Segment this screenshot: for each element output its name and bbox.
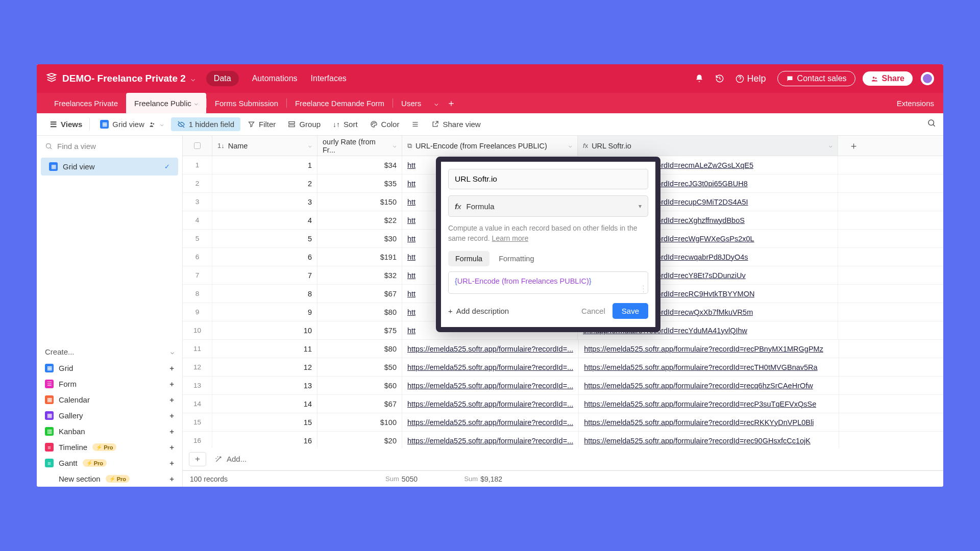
base-title[interactable]: DEMO- Freelance Private 2: [62, 73, 186, 84]
summary-name[interactable]: Sum 5050: [317, 475, 423, 483]
cell-name[interactable]: 16: [212, 432, 317, 448]
cell-url-encode[interactable]: https://emelda525.softr.app/formulaire?r…: [402, 377, 579, 394]
subtab-formula[interactable]: Formula: [448, 251, 489, 266]
gridview-picker[interactable]: ▦ Grid view ⌵: [95, 117, 169, 131]
cell-url-encode[interactable]: https://emelda525.softr.app/formulaire?r…: [402, 413, 579, 431]
cell-name[interactable]: 11: [212, 340, 317, 358]
tab-demande-form[interactable]: Freelance Demande Form: [287, 93, 393, 113]
cell-url-encode[interactable]: https://emelda525.softr.app/formulaire?r…: [402, 432, 579, 448]
create-calendar[interactable]: ▦ Calendar +: [37, 392, 182, 408]
share-view-button[interactable]: Share view: [426, 117, 485, 131]
cell-rate[interactable]: $67: [317, 285, 402, 303]
table-row[interactable]: 1515$100https://emelda525.softr.app/form…: [183, 413, 943, 432]
find-view-input[interactable]: Find a view: [37, 136, 182, 157]
table-row[interactable]: 1111$80https://emelda525.softr.app/formu…: [183, 340, 943, 358]
cell-url-softr[interactable]: https://emelda525.softr.app/formulaire?r…: [579, 395, 839, 413]
tab-users[interactable]: Users: [393, 93, 429, 113]
create-grid[interactable]: ▦ Grid +: [37, 360, 182, 376]
table-row[interactable]: 1414$67https://emelda525.softr.app/formu…: [183, 395, 943, 413]
cell-name[interactable]: 13: [212, 377, 317, 394]
cell-name[interactable]: 15: [212, 413, 317, 431]
select-all-checkbox[interactable]: [183, 136, 212, 156]
tab-forms-submission[interactable]: Forms Submission: [207, 93, 286, 113]
cancel-button[interactable]: Cancel: [581, 307, 605, 315]
cell-rate[interactable]: $100: [317, 413, 402, 431]
save-button[interactable]: Save: [612, 303, 648, 319]
create-header[interactable]: Create... ⌵: [37, 343, 182, 360]
cell-url-softr[interactable]: https://emelda525.softr.app/formulaire?r…: [579, 413, 839, 431]
cell-name[interactable]: 14: [212, 395, 317, 413]
cell-rate[interactable]: $150: [317, 193, 402, 211]
cell-rate[interactable]: $35: [317, 174, 402, 192]
cell-rate[interactable]: $30: [317, 230, 402, 247]
nav-automations[interactable]: Automations: [252, 74, 298, 83]
cell-url-softr[interactable]: https://emelda525.softr.app/formulaire?r…: [579, 377, 839, 394]
field-type-select[interactable]: fx Formula ▾: [448, 195, 648, 217]
cell-name[interactable]: 6: [212, 248, 317, 266]
cell-rate[interactable]: $32: [317, 266, 402, 284]
color-button[interactable]: Color: [365, 117, 405, 131]
cell-name[interactable]: 9: [212, 303, 317, 321]
cell-url-encode[interactable]: https://emelda525.softr.app/formulaire?r…: [402, 395, 579, 413]
create-form[interactable]: ☰ Form +: [37, 376, 182, 392]
ai-add-button[interactable]: Add...: [214, 455, 247, 463]
field-name-input[interactable]: [448, 169, 648, 189]
share-button[interactable]: Share: [863, 71, 913, 86]
table-row[interactable]: 1212$50https://emelda525.softr.app/formu…: [183, 358, 943, 377]
help-button[interactable]: Help: [736, 73, 766, 84]
cell-name[interactable]: 3: [212, 193, 317, 211]
chevron-down-icon[interactable]: ⌵: [434, 99, 438, 107]
cell-rate[interactable]: $22: [317, 211, 402, 229]
row-height-button[interactable]: [406, 118, 424, 131]
filter-button[interactable]: Filter: [242, 117, 281, 131]
summary-rate[interactable]: Sum $9,182: [423, 475, 507, 483]
sidebar-view-grid[interactable]: ▦ Grid view ✓: [41, 158, 178, 176]
cell-name[interactable]: 1: [212, 156, 317, 174]
sort-button[interactable]: ↓↑ Sort: [328, 117, 363, 131]
cell-rate[interactable]: $80: [317, 340, 402, 358]
nav-interfaces[interactable]: Interfaces: [311, 74, 347, 83]
cell-url-encode[interactable]: https://emelda525.softr.app/formulaire?r…: [402, 340, 579, 358]
user-avatar[interactable]: [921, 72, 934, 85]
cell-name[interactable]: 10: [212, 321, 317, 339]
cell-url-softr[interactable]: https://emelda525.softr.app/formulaire?r…: [579, 340, 839, 358]
cell-name[interactable]: 8: [212, 285, 317, 303]
subtab-formatting[interactable]: Formatting: [492, 251, 541, 266]
add-column-button[interactable]: ＋: [838, 136, 869, 156]
col-header-name[interactable]: 1↓ Name ⌵: [212, 136, 317, 156]
create-kanban[interactable]: ▥ Kanban +: [37, 423, 182, 439]
cell-name[interactable]: 12: [212, 358, 317, 376]
contact-sales-button[interactable]: Contact sales: [777, 71, 855, 86]
add-description-button[interactable]: + Add description: [448, 307, 509, 315]
views-button[interactable]: ☰ Views: [44, 117, 90, 131]
cell-rate[interactable]: $60: [317, 377, 402, 394]
extensions-button[interactable]: Extensions: [897, 99, 934, 108]
col-header-rate[interactable]: ourly Rate (from Fr... ⌵: [317, 136, 402, 156]
create-gantt[interactable]: ≡ Gantt Pro +: [37, 455, 182, 471]
tab-freelances-private[interactable]: Freelances Private: [46, 93, 126, 113]
cell-rate[interactable]: $67: [317, 395, 402, 413]
history-icon[interactable]: [715, 74, 724, 83]
cell-rate[interactable]: $75: [317, 321, 402, 339]
cell-rate[interactable]: $50: [317, 358, 402, 376]
add-table-button[interactable]: ＋: [447, 97, 456, 109]
table-row[interactable]: 1313$60https://emelda525.softr.app/formu…: [183, 377, 943, 395]
bell-icon[interactable]: [695, 74, 704, 83]
col-header-url-encode[interactable]: ⧉ URL-Encode (from Freelances PUBLIC) ⌵: [402, 136, 578, 156]
cell-url-softr[interactable]: https://emelda525.softr.app/formulaire?r…: [579, 432, 839, 448]
cell-url-encode[interactable]: https://emelda525.softr.app/formulaire?r…: [402, 358, 579, 376]
group-button[interactable]: Group: [283, 117, 326, 131]
create-timeline[interactable]: ≡ Timeline Pro +: [37, 439, 182, 455]
col-header-url-softr[interactable]: fx URL Softr.io ⌵: [578, 136, 838, 156]
create-gallery[interactable]: ▦ Gallery +: [37, 408, 182, 423]
cell-name[interactable]: 7: [212, 266, 317, 284]
cell-name[interactable]: 2: [212, 174, 317, 192]
resize-handle-icon[interactable]: ⋰: [639, 284, 648, 293]
search-icon[interactable]: [927, 118, 936, 130]
cell-rate[interactable]: $191: [317, 248, 402, 266]
cell-name[interactable]: 4: [212, 211, 317, 229]
add-record-button[interactable]: +: [189, 452, 206, 466]
create-section[interactable]: New section Pro +: [37, 471, 182, 487]
table-row[interactable]: 1616$20https://emelda525.softr.app/formu…: [183, 432, 943, 448]
cell-rate[interactable]: $20: [317, 432, 402, 448]
